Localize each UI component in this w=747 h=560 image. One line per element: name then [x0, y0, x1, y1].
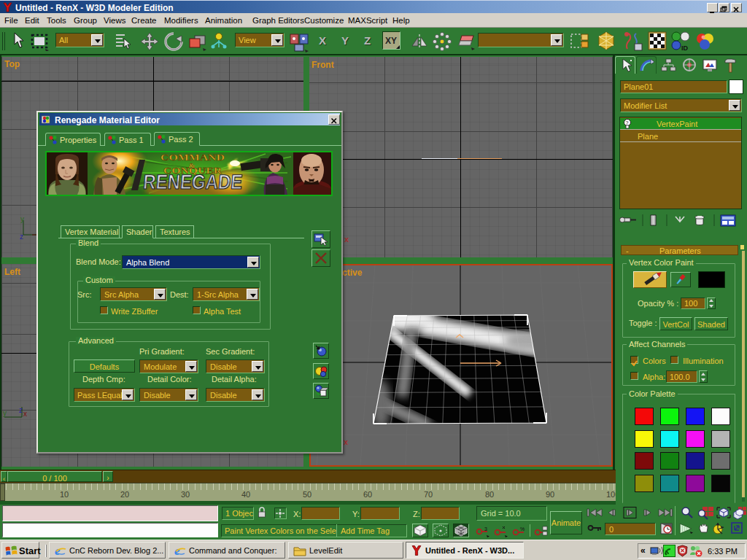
svg-text:x: x [23, 410, 27, 418]
svg-text:y: y [3, 409, 7, 417]
svg-text:y: y [20, 215, 24, 223]
svg-text:3: 3 [484, 526, 487, 532]
svg-text:%: % [520, 526, 525, 532]
svg-text:z: z [19, 407, 23, 414]
svg-text:ID: ID [681, 44, 689, 52]
svg-text:z: z [20, 233, 23, 241]
svg-text:RENEGADE: RENEGADE [142, 171, 244, 193]
svg-text:?: ? [626, 120, 629, 125]
